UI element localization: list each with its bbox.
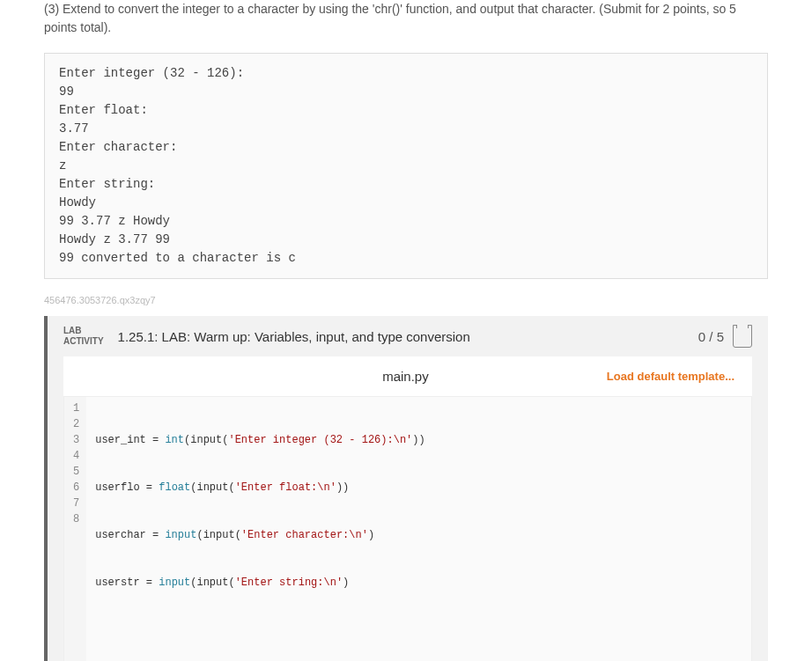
lab-container: LAB ACTIVITY 1.25.1: LAB: Warm up: Varia… — [44, 316, 768, 661]
code-line[interactable]: user_int = int(input('Enter integer (32 … — [95, 432, 742, 448]
editor-filename: main.py — [204, 369, 607, 384]
line-number: 5 — [73, 464, 79, 480]
line-number: 3 — [73, 432, 79, 448]
lab-activity-label: LAB ACTIVITY — [63, 326, 104, 347]
code-line[interactable]: userchar = input(input('Enter character:… — [95, 527, 742, 543]
line-number: 7 — [73, 496, 79, 511]
instruction-text: (3) Extend to convert the integer to a c… — [44, 0, 768, 37]
load-template-link[interactable]: Load default template... — [607, 370, 734, 383]
submission-badge-icon[interactable] — [733, 325, 752, 348]
code-editor[interactable]: 1 2 3 4 5 6 7 8 user_int = int(input('En… — [63, 396, 752, 661]
editor-toolbar: main.py Load default template... — [63, 356, 752, 396]
line-number: 1 — [73, 400, 79, 416]
line-number: 8 — [73, 511, 79, 527]
lab-score: 0 / 5 — [698, 329, 724, 344]
lab-title: 1.25.1: LAB: Warm up: Variables, input, … — [118, 329, 698, 344]
code-line[interactable]: userflo = float(input('Enter float:\n')) — [95, 480, 742, 496]
watermark-text: 456476.3053726.qx3zqy7 — [44, 295, 768, 305]
code-line[interactable] — [95, 622, 742, 638]
editor-section: main.py Load default template... 1 2 3 4… — [63, 356, 752, 661]
sample-output-block: Enter integer (32 - 126): 99 Enter float… — [44, 53, 768, 279]
lab-header: LAB ACTIVITY 1.25.1: LAB: Warm up: Varia… — [48, 316, 768, 356]
line-number: 4 — [73, 448, 79, 464]
line-number: 6 — [73, 480, 79, 496]
line-number-gutter: 1 2 3 4 5 6 7 8 — [64, 397, 86, 661]
code-line[interactable]: userstr = input(input('Enter string:\n') — [95, 575, 742, 591]
line-number: 2 — [73, 416, 79, 432]
code-content[interactable]: user_int = int(input('Enter integer (32 … — [86, 397, 751, 661]
